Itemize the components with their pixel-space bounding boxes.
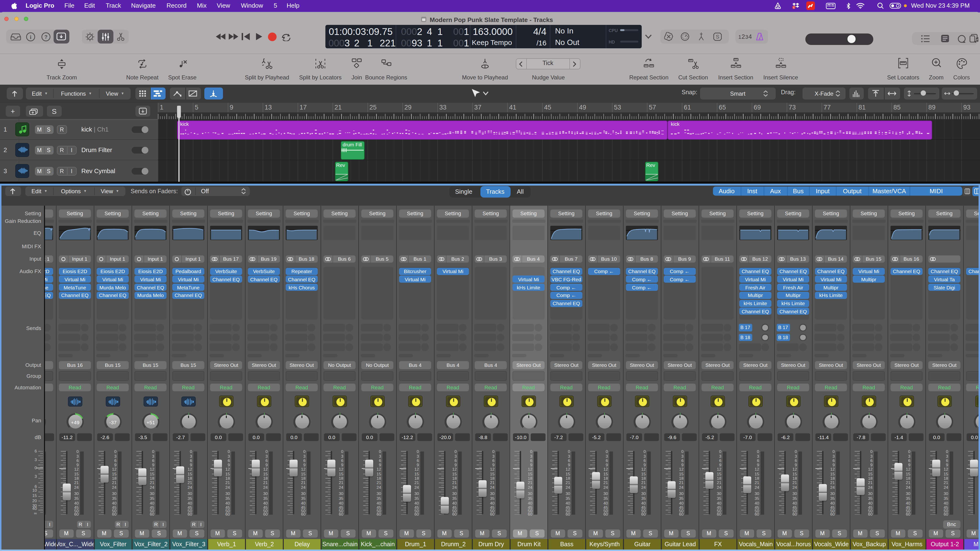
svg-text:i: i bbox=[30, 34, 32, 40]
svg-text:?: ? bbox=[44, 34, 48, 40]
svg-text:S: S bbox=[716, 34, 719, 40]
svg-text:6: 6 bbox=[793, 6, 795, 9]
